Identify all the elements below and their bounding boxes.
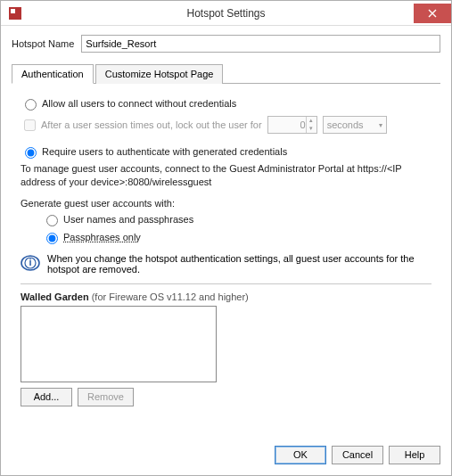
allow-all-radio-row[interactable]: Allow all users to connect without crede…: [21, 96, 431, 111]
lockout-checkbox: [24, 119, 36, 131]
titlebar: Hotspot Settings: [1, 1, 451, 26]
chevron-down-icon: ▾: [307, 125, 316, 133]
walled-garden-listbox[interactable]: [21, 306, 217, 382]
allow-all-radio[interactable]: [25, 99, 37, 111]
chevron-up-icon: ▴: [307, 117, 316, 125]
hotspot-settings-window: Hotspot Settings Hotspot Name Authentica…: [0, 0, 452, 476]
tabs: Authentication Customize Hotspot Page: [12, 63, 440, 84]
lockout-unit-value: seconds: [327, 119, 364, 130]
authentication-panel: Allow all users to connect without crede…: [12, 84, 440, 406]
opt-usernames-radio[interactable]: [46, 215, 58, 226]
help-button[interactable]: Help: [389, 446, 440, 464]
hotspot-name-row: Hotspot Name: [12, 35, 440, 53]
walled-garden-subtitle: (for Fireware OS v11.12 and higher): [92, 291, 249, 302]
require-auth-label: Require users to authenticate with gener…: [42, 146, 287, 157]
add-button[interactable]: Add...: [21, 388, 72, 406]
close-button[interactable]: [414, 4, 451, 23]
lockout-row: After a user session times out, lock out…: [21, 116, 431, 134]
require-auth-radio[interactable]: [25, 147, 37, 159]
tab-authentication[interactable]: Authentication: [12, 64, 94, 84]
chevron-down-icon: ▾: [379, 121, 382, 129]
walled-garden-buttons: Add... Remove: [21, 388, 431, 406]
info-text: When you change the hotspot authenticati…: [47, 253, 431, 275]
info-icon: i: [21, 253, 40, 273]
remove-button: Remove: [78, 388, 134, 406]
window-title: Hotspot Settings: [186, 7, 265, 20]
opt-passphrases-radio[interactable]: [46, 233, 58, 244]
opt-usernames-label: User names and passphrases: [63, 214, 193, 225]
app-icon: [6, 4, 24, 22]
content-area: Hotspot Name Authentication Customize Ho…: [1, 26, 451, 437]
cancel-button[interactable]: Cancel: [332, 446, 383, 464]
manage-desc: To manage guest user accounts, connect t…: [21, 162, 431, 189]
opt-usernames-row[interactable]: User names and passphrases: [42, 212, 431, 226]
lockout-unit-select: seconds ▾: [323, 116, 387, 134]
ok-button[interactable]: OK: [275, 446, 326, 464]
walled-garden-title: Walled Garden: [21, 291, 89, 302]
walled-garden-heading: Walled Garden (for Fireware OS v11.12 an…: [21, 291, 431, 302]
info-row: i When you change the hotspot authentica…: [21, 253, 431, 275]
require-auth-radio-row[interactable]: Require users to authenticate with gener…: [21, 144, 431, 159]
svg-rect-1: [11, 9, 15, 13]
lockout-spinner: 0 ▴▾: [267, 116, 317, 134]
hotspot-name-input[interactable]: [81, 35, 440, 53]
divider: [21, 283, 431, 284]
generate-label: Generate guest user accounts with:: [21, 198, 431, 209]
dialog-footer: OK Cancel Help: [1, 437, 451, 475]
hotspot-name-label: Hotspot Name: [12, 38, 74, 49]
allow-all-label: Allow all users to connect without crede…: [42, 98, 236, 109]
svg-text:i: i: [29, 257, 31, 267]
spinner-arrows: ▴▾: [306, 117, 316, 133]
close-icon: [428, 9, 437, 18]
lockout-label: After a user session times out, lock out…: [41, 119, 262, 130]
tab-customize-hotspot-page[interactable]: Customize Hotspot Page: [95, 64, 224, 84]
opt-passphrases-row[interactable]: Passphrases only: [42, 230, 431, 244]
opt-passphrases-label: Passphrases only: [63, 232, 141, 242]
